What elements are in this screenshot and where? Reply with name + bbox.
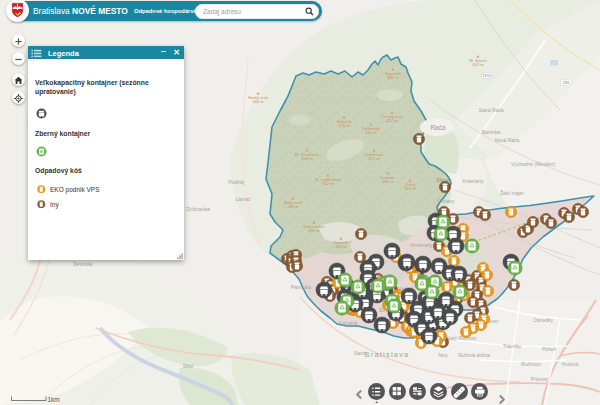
- svg-text:Podháj: Podháj: [228, 179, 244, 185]
- svg-text:390 m: 390 m: [382, 179, 394, 184]
- svg-text:Krasňany: Krasňany: [462, 178, 484, 184]
- svg-text:346 m: 346 m: [252, 99, 264, 104]
- svg-text:1km: 1km: [48, 396, 60, 403]
- svg-text:339 m: 339 m: [335, 244, 347, 249]
- svg-text:431 m: 431 m: [365, 130, 377, 135]
- svg-text:Ružová dolina: Ružová dolina: [458, 352, 490, 358]
- svg-text:Devínska: Devínska: [74, 262, 93, 267]
- svg-text:Slavín: Slavín: [354, 351, 367, 356]
- svg-text:Lamač: Lamač: [235, 196, 251, 202]
- svg-text:412 m: 412 m: [386, 118, 398, 123]
- svg-text:Barónka: Barónka: [482, 129, 501, 135]
- svg-text:421 m: 421 m: [368, 156, 380, 161]
- svg-text:Pošeň: Pošeň: [542, 346, 556, 352]
- svg-text:Sihoť: Sihoť: [183, 364, 194, 369]
- svg-text:186: 186: [563, 80, 571, 85]
- svg-text:Ohňavy: Ohňavy: [437, 198, 455, 204]
- svg-text:Patrónka: Patrónka: [291, 284, 311, 290]
- svg-text:1815: 1815: [482, 73, 492, 78]
- svg-text:Dúbravka: Dúbravka: [186, 206, 210, 212]
- svg-text:Žabí majer: Žabí majer: [500, 189, 524, 196]
- svg-text:Vinohrady: Vinohrady: [410, 242, 433, 248]
- svg-text:443 m: 443 m: [472, 62, 484, 67]
- svg-text:Starý Ružinov: Starý Ružinov: [445, 335, 477, 341]
- svg-text:412 m: 412 m: [322, 181, 334, 186]
- svg-text:Kalvária: Kalvária: [339, 320, 357, 326]
- svg-text:Rača: Rača: [430, 124, 446, 131]
- svg-text:Nivy: Nivy: [438, 352, 448, 358]
- svg-text:Ružinov: Ružinov: [521, 361, 541, 367]
- svg-text:Hrušová: Hrušová: [562, 362, 579, 367]
- svg-text:Ostredky: Ostredky: [533, 317, 554, 323]
- svg-text:Bratislava: Bratislava: [365, 350, 410, 359]
- svg-text:Nová Rača: Nová Rača: [495, 137, 520, 143]
- svg-text:387 m: 387 m: [387, 75, 399, 80]
- svg-text:Trávniky: Trávniky: [503, 343, 522, 349]
- svg-text:290 m: 290 m: [308, 228, 320, 233]
- svg-text:343 m: 343 m: [404, 186, 416, 191]
- svg-text:308 m: 308 m: [301, 156, 313, 161]
- svg-text:Východné (Rendez): Východné (Rendez): [511, 161, 556, 167]
- svg-text:268 m: 268 m: [287, 204, 299, 209]
- svg-text:Prievoz: Prievoz: [531, 376, 548, 382]
- svg-text:375 m: 375 m: [338, 123, 350, 128]
- svg-text:Stará Rača: Stará Rača: [478, 107, 503, 113]
